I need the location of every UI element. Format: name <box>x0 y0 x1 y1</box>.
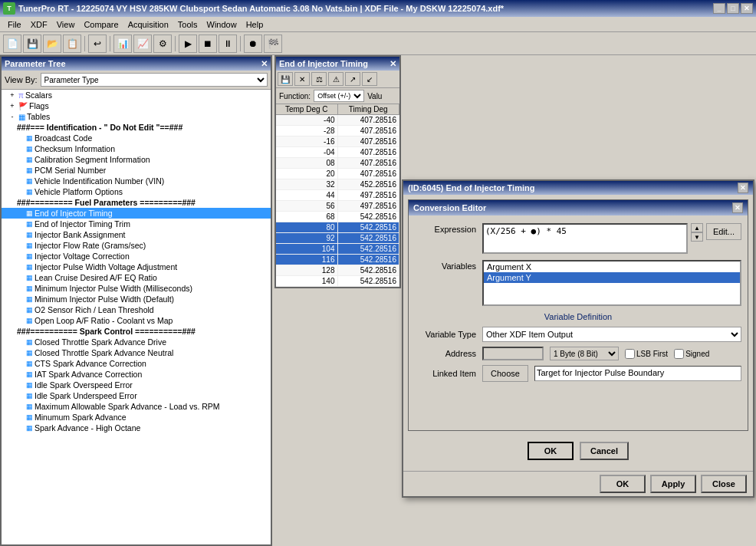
tree-item-flags[interactable]: + 🚩 Flags <box>2 100 271 111</box>
table-row[interactable]: 128542.28516 <box>276 265 399 276</box>
ok-button[interactable]: OK <box>528 442 574 460</box>
spin-up-button[interactable]: ▲ <box>691 223 703 232</box>
list-item[interactable]: ▦ Vehicle Platform Options <box>2 186 271 197</box>
spin-down-button[interactable]: ▼ <box>691 232 703 242</box>
new-button[interactable]: 📄 <box>3 35 21 53</box>
list-item[interactable]: ▦ Maximum Allowable Spark Advance - Load… <box>2 401 271 412</box>
pause-button[interactable]: ⏸ <box>219 35 237 53</box>
table-row[interactable]: 56497.28516 <box>276 201 399 212</box>
main-close-button[interactable]: Close <box>701 475 747 493</box>
list-item[interactable]: ###========== Spark Control ==========##… <box>2 326 271 337</box>
table-scale-btn[interactable]: ⚖ <box>311 72 327 86</box>
cancel-button[interactable]: Cancel <box>580 442 629 460</box>
list-item[interactable]: ▦ Injector Pulse Width Voltage Adjustmen… <box>2 261 271 272</box>
table-row[interactable]: -16407.28516 <box>276 136 399 147</box>
variable-item-y[interactable]: Argument Y <box>484 272 740 283</box>
list-item[interactable]: ▦ Closed Throttle Spark Advance Neutral <box>2 347 271 358</box>
config-button[interactable]: ⚙ <box>153 35 172 53</box>
maximize-button[interactable]: □ <box>727 3 739 14</box>
bar-chart-button[interactable]: 📈 <box>133 35 152 53</box>
tree-item-tables[interactable]: - ▦ Tables <box>2 111 271 122</box>
inj-dialog-close-button[interactable]: ✕ <box>738 183 748 193</box>
table-row[interactable]: 104542.28516 <box>276 244 399 255</box>
signed-checkbox[interactable] <box>674 349 684 359</box>
table-cancel-btn[interactable]: ✕ <box>294 72 310 86</box>
table-row[interactable]: 08407.28516 <box>276 158 399 169</box>
conv-editor-close-button[interactable]: ✕ <box>732 202 743 213</box>
menu-xdf[interactable]: XDF <box>26 18 52 31</box>
minimize-button[interactable]: _ <box>713 3 725 14</box>
list-item[interactable]: ▦ Minimum Injector Pulse Width (Default) <box>2 294 271 304</box>
save-button[interactable]: 💾 <box>23 35 41 53</box>
tree-item-scalars[interactable]: + π Scalars <box>2 90 271 100</box>
table-close-button[interactable]: ✕ <box>390 59 396 69</box>
list-item[interactable]: ▦ CTS Spark Advance Correction <box>2 358 271 369</box>
variable-item-x[interactable]: Argument X <box>484 261 740 272</box>
list-item[interactable]: ###=== Identification - " Do Not Edit "=… <box>2 122 271 133</box>
table-row[interactable]: 20407.28516 <box>276 169 399 179</box>
edit-button[interactable]: Edit... <box>706 223 741 240</box>
list-item[interactable]: ▦ End of Injector Timing Trim <box>2 219 271 229</box>
list-item[interactable]: ▦ Lean Cruise Desired A/F EQ Ratio <box>2 272 271 283</box>
record-button[interactable]: ⏺ <box>244 35 262 53</box>
expression-input[interactable]: (X/256 + ●) * 45 <box>482 223 688 254</box>
param-tree-close[interactable]: ✕ <box>261 59 268 69</box>
table-row[interactable]: -28407.28516 <box>276 126 399 136</box>
list-item[interactable]: ▦ Injector Flow Rate (Grams/sec) <box>2 240 271 251</box>
undo-button[interactable]: ↩ <box>88 35 107 53</box>
list-item[interactable]: ▦ Idle Spark Underspeed Error <box>2 390 271 401</box>
menu-window[interactable]: Window <box>202 18 242 31</box>
table-save-btn[interactable]: 💾 <box>278 72 293 86</box>
list-item[interactable]: ▦ Spark Advance - High Octane <box>2 423 271 433</box>
menu-view[interactable]: View <box>52 18 80 31</box>
list-item[interactable]: ▦ Injector Voltage Correction <box>2 251 271 261</box>
list-item[interactable]: ▦ Broadcast Code <box>2 133 271 143</box>
list-item[interactable]: ▦ O2 Sensor Rich / Lean Threshold <box>2 304 271 315</box>
chart-button[interactable]: 📊 <box>113 35 132 53</box>
table-row[interactable]: -40407.28516 <box>276 115 399 126</box>
view-by-select[interactable]: Parameter Type <box>41 73 268 87</box>
open-button[interactable]: 📂 <box>43 35 61 53</box>
lsb-first-checkbox[interactable] <box>625 349 635 359</box>
table-row[interactable]: 116542.28516 <box>276 255 399 265</box>
table-row[interactable]: 44497.28516 <box>276 190 399 201</box>
list-item[interactable]: ▦ Injector Bank Assignment <box>2 229 271 240</box>
list-item[interactable]: ▦ Idle Spark Overspeed Error <box>2 380 271 390</box>
address-input[interactable] <box>482 347 544 360</box>
list-item[interactable]: ▦ Calibration Segment Information <box>2 154 271 165</box>
list-item[interactable]: ▦ Closed Throttle Spark Advance Drive <box>2 337 271 347</box>
table-import-btn[interactable]: ↙ <box>362 72 377 86</box>
menu-compare[interactable]: Compare <box>79 18 123 31</box>
list-item[interactable]: ▦ PCM Serial Number <box>2 165 271 176</box>
var-type-select[interactable]: Other XDF Item Output <box>482 327 741 342</box>
menu-acquisition[interactable]: Acquisition <box>123 18 173 31</box>
close-button[interactable]: ✕ <box>741 3 753 14</box>
var-def-link[interactable]: Variable Definition <box>415 311 741 323</box>
table-warn-btn[interactable]: ⚠ <box>328 72 343 86</box>
table-row[interactable]: 80542.28516 <box>276 222 399 233</box>
flag-button[interactable]: 🏁 <box>264 35 282 53</box>
list-item[interactable]: ▦ Open Loop A/F Ratio - Coolant vs Map <box>2 315 271 326</box>
table-row[interactable]: -04407.28516 <box>276 147 399 158</box>
list-item[interactable]: ▦ Minumum Spark Advance <box>2 412 271 423</box>
list-item[interactable]: ▦ IAT Spark Advance Correction <box>2 369 271 380</box>
table-row[interactable]: 140542.28516 <box>276 276 399 287</box>
list-item[interactable]: ▦ Checksum Information <box>2 143 271 154</box>
main-apply-button[interactable]: Apply <box>650 475 696 493</box>
list-item[interactable]: ▦ Minimum Injector Pulse Width (Millisec… <box>2 283 271 294</box>
list-item[interactable]: ###========= Fuel Parameters =========##… <box>2 197 271 208</box>
menu-file[interactable]: File <box>3 18 26 31</box>
main-ok-button[interactable]: OK <box>600 475 646 493</box>
table-export-btn[interactable]: ↗ <box>345 72 360 86</box>
choose-button[interactable]: Choose <box>482 365 528 382</box>
variables-list[interactable]: Argument X Argument Y <box>482 260 741 306</box>
list-item[interactable]: ▦ Vehicle Indentification Number (VIN) <box>2 176 271 186</box>
menu-help[interactable]: Help <box>242 18 268 31</box>
list-item-end-injector-timing[interactable]: ▦ End of Injector Timing <box>2 208 271 219</box>
stop-button[interactable]: ⏹ <box>199 35 217 53</box>
open-xdf-button[interactable]: 📋 <box>63 35 81 53</box>
menu-tools[interactable]: Tools <box>173 18 202 31</box>
play-button[interactable]: ▶ <box>179 35 197 53</box>
table-row[interactable]: 92542.28516 <box>276 233 399 244</box>
function-select[interactable]: Offset (+/-) <box>314 90 364 102</box>
